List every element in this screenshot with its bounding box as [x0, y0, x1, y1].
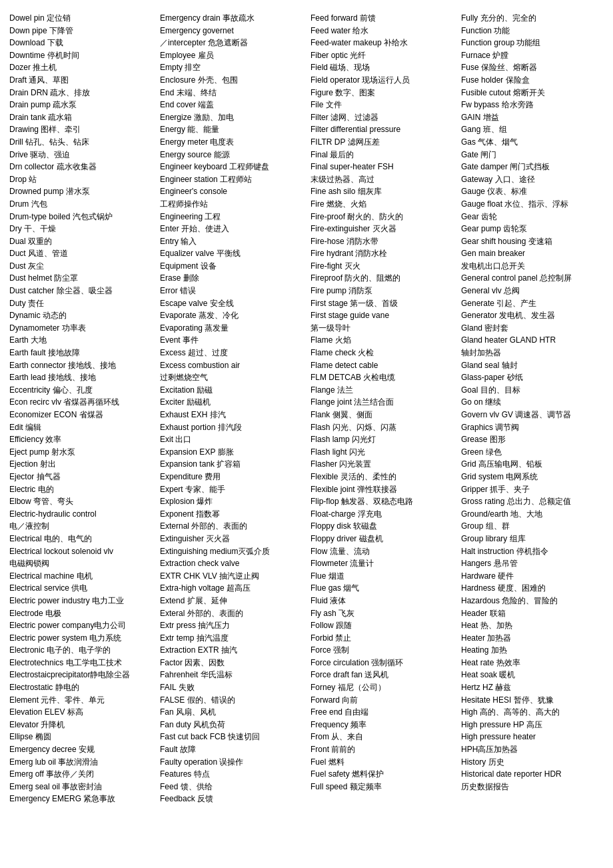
list-item: Hangers 悬吊管 [460, 557, 605, 570]
chinese-translation: 流量、流动 [330, 547, 370, 556]
chinese-translation: 燃料 [328, 757, 344, 767]
chinese-translation: 汽包式锅炉 [73, 212, 113, 221]
english-term: Dry [9, 224, 24, 233]
list-item: HPH高压加热器 [460, 743, 605, 756]
chinese-translation: 细灰库 [358, 187, 382, 196]
chinese-translation: 自由端 [344, 707, 368, 717]
list-item: Fine ash silo 细灰库 [309, 185, 454, 198]
chinese-translation: 功率表 [62, 323, 86, 333]
chinese-translation: 错误 [180, 286, 196, 295]
list-item: General vlv 总阀 [460, 285, 605, 297]
list-item: Duct 风道、管道 [8, 247, 153, 260]
english-term: Fuse [461, 63, 481, 72]
english-term: Exhaust portion [160, 423, 218, 432]
chinese-translation: 从、来自 [331, 732, 363, 741]
chinese-translation: 消防泵 [348, 286, 372, 295]
list-item: 轴封加热器 [460, 347, 605, 359]
english-term: Green [461, 447, 486, 457]
chinese-translation: 站 [29, 175, 37, 184]
chinese-translation: 水位、指示、浮标 [504, 199, 568, 209]
list-item: Fluid 液体 [309, 595, 454, 607]
chinese-translation: 禁止 [335, 633, 351, 643]
chinese-translation: 扩展、延伸 [187, 596, 227, 605]
chinese-translation: 保险盒 [506, 75, 530, 85]
english-term: Fuel safety [310, 769, 352, 779]
chinese-translation: 砂纸 [507, 373, 523, 382]
list-item: Gross rating 总出力、总额定值 [460, 495, 605, 508]
list-item: Exteral 外部的、表面的 [159, 607, 304, 620]
english-term: FALSE [160, 695, 187, 705]
english-term: Fast cut back FCB [160, 732, 228, 741]
chinese-translation: 干、干燥 [24, 224, 56, 233]
english-term: Flame check [310, 348, 358, 357]
list-item: Dual 双重的 [8, 235, 153, 248]
list-item: Electric-hydraulic control [8, 508, 153, 521]
chinese-translation: 静电除尘器 [90, 670, 130, 679]
list-item: FALSE 假的、错误的 [159, 694, 304, 707]
list-item: Grease 图形 [460, 433, 605, 446]
chinese-translation: 电极 [45, 609, 61, 618]
english-term: File [310, 100, 326, 109]
chinese-translation: 疏水泵 [53, 100, 77, 109]
english-term: High [461, 707, 480, 717]
list-item: Flexible 灵活的、柔性的 [309, 471, 454, 483]
list-item: Drum 汽包 [8, 198, 153, 211]
list-item: 工程师操作站 [159, 198, 304, 211]
list-item: Enter 开始、使进入 [159, 223, 304, 235]
english-term: Ground [461, 509, 488, 519]
english-term: From [310, 732, 331, 741]
list-item: Drive 驱动、强迫 [8, 149, 153, 161]
english-term: Electrostatic [9, 683, 55, 692]
chinese-translation: 加热 [491, 645, 507, 655]
chinese-translation: 仪表、标准 [487, 187, 527, 196]
list-item: Electrostatic 静电的 [8, 681, 153, 694]
list-item: Drowned pump 潜水泵 [8, 185, 153, 198]
list-item: Excess combustion air [159, 359, 304, 372]
chinese-translation: 外壳、包围 [198, 75, 238, 85]
list-item: Feed water 给水 [309, 25, 454, 37]
english-term: Emergency drain [160, 13, 223, 23]
list-item: Generate 引起、产生 [460, 297, 605, 310]
chinese-translation: 炉膛 [492, 51, 508, 60]
chinese-translation: 磁场、现场 [330, 63, 370, 72]
english-term: Goal [461, 385, 480, 395]
list-item: Dust catcher 除尘器、吸尘器 [8, 285, 153, 297]
chinese-translation: 疏水收集器 [57, 162, 97, 171]
english-term: Forney [310, 683, 338, 692]
list-item: Energy source 能源 [159, 149, 304, 161]
english-term: Electric power industry [9, 596, 92, 605]
chinese-translation: 停机指令 [516, 547, 548, 556]
chinese-translation: 工程师键盘 [229, 162, 269, 171]
english-term: Features [160, 769, 194, 779]
english-term: Drain DRN [9, 88, 50, 97]
list-item: Fusible cutout 熔断开关 [460, 87, 605, 99]
list-item: Excess 超过、过度 [159, 347, 304, 359]
english-term: Faulty operation [160, 757, 219, 767]
english-term: Element [9, 695, 41, 705]
english-term: FAIL [160, 683, 179, 692]
list-item: Fast cut back FCB 快速切回 [159, 731, 304, 743]
list-item: Element 元件、零件、单元 [8, 694, 153, 707]
english-term: Fully [461, 13, 480, 23]
list-item: Fire hydrant 消防水栓 [309, 247, 454, 260]
chinese-translation: 给水旁路 [502, 100, 534, 109]
list-item: FILTR DP 滤网压差 [309, 136, 454, 149]
english-term: Exit [160, 435, 175, 444]
chinese-translation: 排汽 [210, 410, 226, 419]
english-term: Hardware [461, 571, 498, 581]
english-term: Fine ash silo [310, 187, 358, 196]
list-item: 末级过热器、高过 [309, 173, 454, 186]
list-item: Dozer 推土机 [8, 61, 153, 74]
english-term: Gripper [461, 485, 490, 494]
list-item: Flexible joint 弹性联接器 [309, 483, 454, 496]
english-term: Enclosure [160, 75, 198, 85]
chinese-translation: 潜水泵 [66, 187, 90, 196]
list-item: Gate damper 闸门式挡板 [460, 161, 605, 173]
chinese-translation: 灰尘 [28, 261, 44, 271]
list-item: Flash light 闪光 [309, 446, 454, 459]
english-term: Flue [310, 571, 328, 581]
list-item: Floppy disk 软磁盘 [309, 520, 454, 533]
chinese-translation: 标高 [67, 707, 83, 717]
chinese-translation: 接地故障 [48, 348, 80, 357]
chinese-translation: 滤网压差 [348, 137, 380, 147]
